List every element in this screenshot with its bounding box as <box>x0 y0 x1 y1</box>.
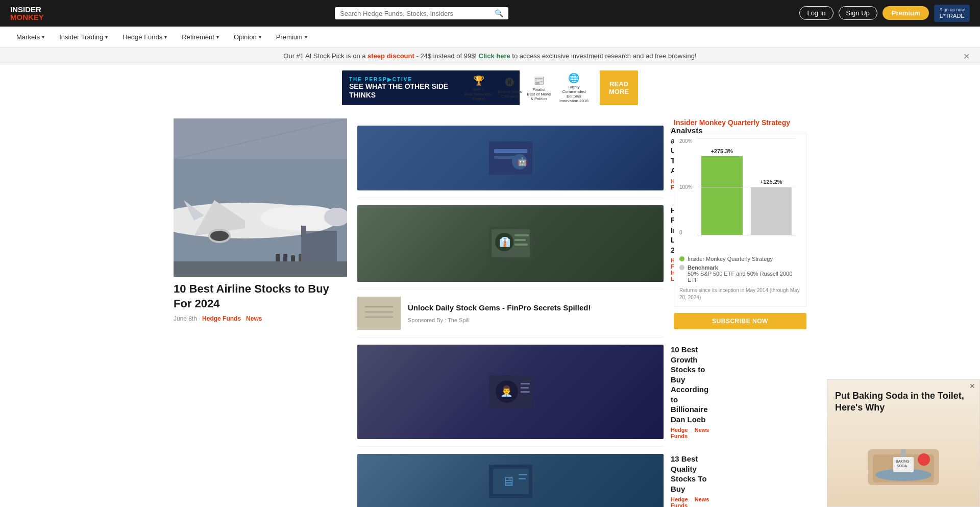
legend-label-1: Insider Monkey Quarterly Strategy <box>688 256 773 262</box>
sponsored-svg <box>357 297 401 330</box>
svg-rect-28 <box>514 239 526 241</box>
ad-read-more-button[interactable]: READMORE <box>600 70 638 105</box>
nav-label-premium: Premium <box>276 33 303 41</box>
award-finalist: 📰 FinalistBest of News& Politics <box>527 75 551 101</box>
bar-2 <box>751 187 792 235</box>
svg-rect-27 <box>514 234 529 236</box>
svg-rect-17 <box>301 226 306 261</box>
ad-banner-left: THE PERSP▶CTIVE SEE WHAT THE OTHER SIDE … <box>342 70 459 105</box>
legend-item-2: Benchmark50% S&P 500 ETF and 50% Russell… <box>679 264 801 283</box>
featured-date: June 8th <box>174 315 197 322</box>
svg-rect-52 <box>901 449 906 457</box>
grid-line-bottom <box>697 235 796 235</box>
svg-rect-37 <box>521 383 530 384</box>
award-w: 🅦 Best of NewsCategory <box>498 78 522 99</box>
bar-2-label: +125.2% <box>760 179 782 185</box>
featured-title[interactable]: 10 Best Airline Stocks to Buy For 2024 <box>174 282 347 311</box>
logo-monkey: MONKEY <box>10 13 44 21</box>
etrade-button[interactable]: Sign up now E*TRADE <box>934 5 970 22</box>
article-thumbnail: 🖥 <box>357 454 664 507</box>
sponsored-info: Unlock Daily Stock Gems - FinPro Secrets… <box>408 303 664 324</box>
nav-label-insider-trading: Insider Trading <box>59 33 103 41</box>
ad-awards: 🏆 EPPYBest InnovationProject 🅦 Best of N… <box>459 73 600 103</box>
close-announcement-button[interactable]: ✕ <box>963 51 970 61</box>
svg-point-51 <box>918 453 930 466</box>
list-item[interactable]: 👨‍💼 10 Best Growth Stocks to Buy Accordi… <box>357 337 664 447</box>
featured-meta: June 8th · Hedge Funds · News <box>174 315 347 322</box>
award-online: 🌐 Highly CommendedEditorialInnovation 20… <box>556 73 592 103</box>
featured-image[interactable] <box>174 118 347 277</box>
award-icon-2: 🅦 <box>505 78 514 88</box>
thumb-svg-2: 👔 <box>489 227 532 260</box>
nav-item-premium[interactable]: Premium ▾ <box>270 29 313 45</box>
login-button[interactable]: Log In <box>799 6 833 20</box>
search-icon[interactable]: 🔍 <box>495 9 503 17</box>
svg-text:🤖: 🤖 <box>517 157 527 166</box>
search-input[interactable] <box>340 10 492 17</box>
ad-image-svg: BAKING SODA <box>857 429 949 490</box>
chevron-down-icon: ▾ <box>42 34 44 40</box>
svg-rect-15 <box>174 261 347 277</box>
right-panel: Insider Monkey Quarterly Strategy 200% 1… <box>674 118 806 507</box>
y-label-0: 0 <box>679 230 697 235</box>
bottom-ad-title[interactable]: Put Baking Soda in the Toilet, Here's Wh… <box>835 390 972 414</box>
chart-legend: Insider Monkey Quarterly Strategy Benchm… <box>679 256 801 283</box>
nav-item-opinion[interactable]: Opinion ▾ <box>228 29 267 45</box>
nav-item-insider-trading[interactable]: Insider Trading ▾ <box>53 29 114 45</box>
chevron-down-icon: ▾ <box>259 34 261 40</box>
award-icon-3: 📰 <box>533 75 545 86</box>
ad-banner-wrap: THE PERSP▶CTIVE SEE WHAT THE OTHER SIDE … <box>0 64 980 108</box>
list-item[interactable]: 🖥 13 Best Quality Stocks To Buy Hedge Fu… <box>357 447 664 507</box>
nav-label-hedge-funds: Hedge Funds <box>122 33 162 41</box>
premium-button[interactable]: Premium <box>883 6 929 20</box>
signup-button[interactable]: Sign Up <box>839 6 877 20</box>
chart-container: 200% 100% 0 +275.3% <box>679 138 801 251</box>
featured-cat2-link[interactable]: News <box>246 315 262 322</box>
close-ad-button[interactable]: ✕ <box>969 382 975 390</box>
bottom-ad-image: BAKING SODA <box>835 418 972 501</box>
nav-label-markets: Markets <box>16 33 40 41</box>
widget-title: Insider Monkey Quarterly Strategy <box>674 118 806 127</box>
nav-item-markets[interactable]: Markets ▾ <box>10 29 51 45</box>
svg-rect-16 <box>306 231 337 261</box>
award-icon-1: 🏆 <box>473 75 484 86</box>
svg-rect-43 <box>519 474 527 475</box>
svg-text:🖥: 🖥 <box>502 474 515 489</box>
y-label-100: 100% <box>679 184 697 190</box>
airplane-svg <box>174 118 347 277</box>
nav-item-retirement[interactable]: Retirement ▾ <box>176 29 225 45</box>
bar-1-wrap: +275.3% <box>701 148 743 235</box>
award-eppy: 🏆 EPPYBest InnovationProject <box>464 75 493 101</box>
site-header: INSIDER MONKEY 🔍 Log In Sign Up Premium … <box>0 0 980 27</box>
click-here-link[interactable]: Click here <box>479 52 510 60</box>
article-list: 🤖 Analysts are Upgrading These 10 AI Sto… <box>357 118 664 507</box>
chevron-down-icon: ▾ <box>105 34 108 40</box>
etrade-top-label: Sign up now <box>939 7 965 13</box>
sponsored-item[interactable]: Unlock Daily Stock Gems - FinPro Secrets… <box>357 289 664 337</box>
site-logo[interactable]: INSIDER MONKEY <box>10 6 44 21</box>
svg-rect-39 <box>521 391 530 393</box>
svg-rect-38 <box>521 387 529 389</box>
sponsored-title[interactable]: Unlock Daily Stock Gems - FinPro Secrets… <box>408 303 664 313</box>
svg-text:SODA: SODA <box>897 464 907 468</box>
bottom-ad-inner: Put Baking Soda in the Toilet, Here's Wh… <box>827 380 979 506</box>
logo-insider: INSIDER <box>10 6 44 13</box>
ad-banner[interactable]: THE PERSP▶CTIVE SEE WHAT THE OTHER SIDE … <box>342 70 638 105</box>
sponsored-by-label: Sponsored By : The Spill <box>408 316 664 324</box>
grid-line-mid <box>697 187 796 187</box>
featured-article: 10 Best Airline Stocks to Buy For 2024 J… <box>174 118 347 507</box>
bar-1 <box>701 156 743 235</box>
list-item[interactable]: 👔 Hedge Fund Investor Letters Q1 2024 He… <box>357 198 664 290</box>
discount-link[interactable]: steep discount <box>368 52 414 60</box>
main-content: 10 Best Airline Stocks to Buy For 2024 J… <box>133 108 847 507</box>
article-thumbnail: 👔 <box>357 205 664 282</box>
featured-cat1-link[interactable]: Hedge Funds <box>202 315 241 322</box>
subscribe-button[interactable]: SUBSCRIBE NOW <box>674 313 806 329</box>
search-bar[interactable]: 🔍 <box>335 7 508 19</box>
chart-note: Returns since its inception in May 2014 … <box>679 287 801 301</box>
nav-item-hedge-funds[interactable]: Hedge Funds ▾ <box>116 29 173 45</box>
legend-color-2 <box>679 265 684 270</box>
list-item[interactable]: 🤖 Analysts are Upgrading These 10 AI Sto… <box>357 118 664 198</box>
announcement-text: Our #1 AI Stock Pick is on a steep disco… <box>283 52 696 60</box>
chevron-down-icon: ▾ <box>216 34 219 40</box>
